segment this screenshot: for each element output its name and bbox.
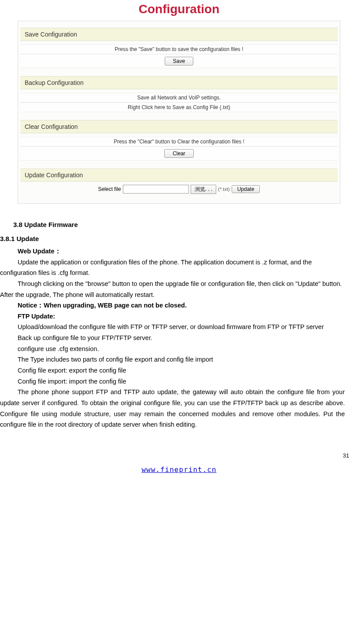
page-number: 31 (0, 430, 358, 465)
heading-3-8-1: 3.8.1 Update (0, 233, 345, 245)
ftp-p1: Upload/download the configure file with … (0, 322, 345, 333)
clear-config-header: Clear Configuration (20, 120, 338, 133)
heading-3-8: 3.8 Update Firmware (0, 219, 345, 231)
web-update-label: Web Update： (0, 246, 345, 257)
save-config-header: Save Configuration (20, 28, 338, 41)
config-panel: Save Configuration Press the "Save" butt… (18, 21, 340, 204)
notice-text: Notice：When upgrading, WEB page can not … (0, 300, 345, 311)
fineprint-link[interactable]: www.fineprint.cn (141, 465, 216, 474)
select-file-label: Select file (98, 186, 121, 192)
ftp-p3: configure use .cfg extension. (0, 344, 345, 355)
file-ext-hint: (*.txt) (218, 187, 229, 192)
clear-button[interactable]: Clear (164, 149, 194, 158)
document-content: 3.8 Update Firmware 3.8.1 Update Web Upd… (0, 212, 358, 430)
update-config-header: Update Configuration (20, 168, 338, 182)
ftp-p5: Config file export: export the config fi… (0, 365, 345, 376)
backup-config-header: Backup Configuration (20, 76, 338, 89)
save-instruction: Press the "Save" button to save the conf… (20, 44, 338, 54)
ftp-p4: The Type includes two parts of config fi… (0, 354, 345, 365)
backup-line2[interactable]: Right Click here to Save as Config File … (20, 102, 338, 112)
web-update-p2: Through clicking on the "browse" button … (0, 278, 345, 300)
save-button[interactable]: Save (165, 57, 193, 66)
browse-button[interactable]: 浏览. . . (191, 185, 217, 194)
footer-link: www.fineprint.cn (0, 465, 358, 480)
update-button[interactable]: Update (232, 185, 260, 193)
ftp-update-label: FTP Update: (0, 311, 345, 322)
clear-instruction: Press the "Clear" button to Clear the co… (20, 137, 338, 146)
ftp-p6: Config file import: import the config fi… (0, 376, 345, 387)
config-title: Configuration (0, 0, 358, 21)
ftp-p7: The phone phone support FTP and TFTP aut… (0, 387, 345, 430)
ftp-p2: Back up configure file to your FTP/TFTP … (0, 333, 345, 344)
backup-line1: Save all Network and VoIP settings. (20, 93, 338, 102)
file-input[interactable] (123, 185, 189, 194)
web-update-p1: Update the application or configuration … (0, 257, 345, 278)
